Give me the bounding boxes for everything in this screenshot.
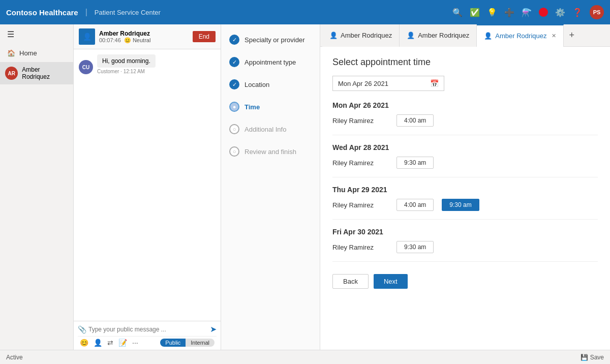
tab-3-label: Amber Rodriquez bbox=[495, 32, 546, 40]
next-button[interactable]: Next bbox=[374, 274, 408, 289]
note-icon[interactable]: 📝 bbox=[118, 339, 127, 347]
topbar-divider: | bbox=[85, 8, 87, 17]
chat-input-row: 📎 ➤ bbox=[78, 324, 217, 334]
attachment-icon[interactable]: 📎 bbox=[78, 325, 86, 333]
step-circle-specialty: ✓ bbox=[229, 35, 239, 45]
day-heading-wed: Wed Apr 28 2021 bbox=[332, 143, 598, 151]
wizard-panel: ✓ Specialty or provider ✓ Appointment ty… bbox=[221, 24, 320, 350]
checkmark-icon[interactable]: ✅ bbox=[470, 8, 480, 17]
sidebar: ☰ 🏠 Home AR Amber Rodriquez bbox=[0, 24, 74, 350]
provider-row-wed: Riley Ramirez 9:30 am bbox=[332, 157, 598, 169]
chat-timer: 00:07:46 bbox=[99, 37, 121, 43]
chat-mode-toggle: Public Internal bbox=[160, 339, 215, 347]
tab-add-button[interactable]: + bbox=[564, 30, 580, 41]
provider-row-fri: Riley Ramirez 9:30 am bbox=[332, 241, 598, 253]
end-button[interactable]: End bbox=[193, 31, 216, 42]
step-appointment-type[interactable]: ✓ Appointment type bbox=[229, 57, 312, 67]
chat-header-info: Amber Rodriquez 00:07:46 😐 Neutral bbox=[99, 30, 189, 44]
hamburger-icon[interactable]: ☰ bbox=[0, 24, 73, 44]
date-value: Mon Apr 26 2021 bbox=[338, 80, 388, 87]
time-slot-wed-0[interactable]: 9:30 am bbox=[396, 157, 434, 169]
tab-2-label: Amber Rodriquez bbox=[418, 32, 469, 39]
step-label-time: Time bbox=[245, 103, 260, 111]
sidebar-item-home[interactable]: 🏠 Home bbox=[0, 44, 73, 62]
public-mode-btn[interactable]: Public bbox=[160, 339, 186, 347]
gear-icon[interactable]: ⚙️ bbox=[555, 8, 565, 17]
step-review[interactable]: ○ Review and finish bbox=[229, 146, 312, 157]
save-label: Save bbox=[590, 354, 604, 361]
status-text: Active bbox=[6, 354, 23, 361]
chat-bubble-meta: Customer · 12:12 AM bbox=[97, 69, 156, 74]
provider-row-mon: Riley Ramirez 4:00 am bbox=[332, 114, 598, 127]
provider-name-mon: Riley Ramirez bbox=[332, 117, 388, 125]
send-icon[interactable]: ➤ bbox=[210, 324, 217, 334]
day-section-mon: Mon Apr 26 2021 Riley Ramirez 4:00 am bbox=[332, 101, 598, 135]
step-specialty[interactable]: ✓ Specialty or provider bbox=[229, 35, 312, 45]
tab-1[interactable]: 👤 Amber Rodriquez bbox=[322, 24, 400, 47]
contact-avatar: AR bbox=[5, 67, 18, 80]
search-icon[interactable]: 🔍 bbox=[452, 8, 463, 17]
lightbulb-icon[interactable]: 💡 bbox=[487, 8, 497, 17]
notification-dot[interactable] bbox=[539, 8, 548, 17]
time-slot-mon-0[interactable]: 4:00 am bbox=[396, 114, 434, 127]
chat-bubble-text: Hi, good morning. bbox=[97, 54, 156, 68]
user-avatar[interactable]: PS bbox=[590, 5, 604, 19]
time-slot-fri-0[interactable]: 9:30 am bbox=[396, 241, 434, 253]
step-circle-review: ○ bbox=[229, 146, 239, 157]
chat-bubble-content: Hi, good morning. Customer · 12:12 AM bbox=[97, 54, 156, 74]
step-circle-time: ● bbox=[229, 102, 239, 112]
provider-name-thu: Riley Ramirez bbox=[332, 201, 388, 209]
internal-mode-btn[interactable]: Internal bbox=[186, 339, 215, 347]
appointment-actions: Back Next bbox=[332, 270, 598, 289]
tab-3-person-icon: 👤 bbox=[484, 32, 492, 40]
tabs-bar: 👤 Amber Rodriquez 👤 Amber Rodriquez 👤 Am… bbox=[320, 24, 610, 47]
day-heading-thu: Thu Apr 29 2021 bbox=[332, 186, 598, 194]
contact-icon[interactable]: 👤 bbox=[94, 339, 102, 347]
step-circle-appt-type: ✓ bbox=[229, 57, 239, 67]
app-subtitle: Patient Service Center bbox=[95, 9, 161, 16]
chat-sentiment: 😐 Neutral bbox=[124, 37, 151, 44]
time-slot-thu-1[interactable]: 9:30 am bbox=[442, 199, 479, 211]
date-picker[interactable]: Mon Apr 26 2021 📅 bbox=[332, 76, 444, 91]
date-picker-row: Mon Apr 26 2021 📅 bbox=[332, 76, 598, 91]
save-icon: 💾 bbox=[581, 354, 588, 361]
main-content: 👤 Amber Rodriquez 👤 Amber Rodriquez 👤 Am… bbox=[320, 24, 610, 350]
plus-icon[interactable]: ➕ bbox=[504, 8, 514, 17]
provider-name-wed: Riley Ramirez bbox=[332, 159, 388, 167]
sidebar-item-contact[interactable]: AR Amber Rodriquez bbox=[0, 62, 73, 84]
filter-icon[interactable]: ⚗️ bbox=[522, 8, 532, 17]
step-additional-info[interactable]: ○ Additional Info bbox=[229, 124, 312, 134]
day-heading-fri: Fri Apr 30 2021 bbox=[332, 228, 598, 236]
chat-panel: 👤 Amber Rodriquez 00:07:46 😐 Neutral End… bbox=[74, 24, 221, 350]
transfer-icon[interactable]: ⇄ bbox=[107, 339, 113, 347]
back-button[interactable]: Back bbox=[332, 274, 369, 289]
chat-message-1: CU Hi, good morning. Customer · 12:12 AM bbox=[79, 54, 216, 74]
chat-header-avatar: 👤 bbox=[79, 28, 95, 45]
emoji-icon[interactable]: 😊 bbox=[80, 339, 88, 347]
tab-2[interactable]: 👤 Amber Rodriquez bbox=[400, 24, 477, 47]
main-layout: ☰ 🏠 Home AR Amber Rodriquez 👤 Amber Rodr… bbox=[0, 24, 610, 350]
more-icon[interactable]: ··· bbox=[132, 339, 138, 347]
tab-1-person-icon: 👤 bbox=[329, 32, 338, 39]
home-icon: 🏠 bbox=[7, 49, 15, 57]
appointment-panel: Select appointment time Mon Apr 26 2021 … bbox=[320, 47, 610, 350]
step-label-review: Review and finish bbox=[245, 148, 296, 156]
chat-input[interactable] bbox=[88, 326, 208, 333]
step-location[interactable]: ✓ Location bbox=[229, 79, 312, 89]
step-label-specialty: Specialty or provider bbox=[245, 36, 305, 44]
tab-3-close[interactable]: ✕ bbox=[552, 33, 556, 39]
save-button[interactable]: 💾 Save bbox=[581, 354, 604, 361]
step-time[interactable]: ● Time bbox=[229, 102, 312, 112]
step-label-appt-type: Appointment type bbox=[245, 58, 296, 66]
time-slot-thu-0[interactable]: 4:00 am bbox=[396, 199, 434, 211]
tab-1-label: Amber Rodriquez bbox=[341, 32, 392, 39]
help-icon[interactable]: ❓ bbox=[572, 8, 583, 17]
tab-3[interactable]: 👤 Amber Rodriquez ✕ bbox=[477, 24, 564, 47]
day-section-fri: Fri Apr 30 2021 Riley Ramirez 9:30 am bbox=[332, 228, 598, 262]
step-label-additional: Additional Info bbox=[245, 126, 286, 133]
step-label-location: Location bbox=[245, 81, 269, 88]
chat-messages: CU Hi, good morning. Customer · 12:12 AM bbox=[74, 49, 221, 321]
app-title: Contoso Healthcare bbox=[6, 8, 78, 17]
provider-name-fri: Riley Ramirez bbox=[332, 244, 388, 251]
customer-avatar: CU bbox=[79, 60, 93, 74]
